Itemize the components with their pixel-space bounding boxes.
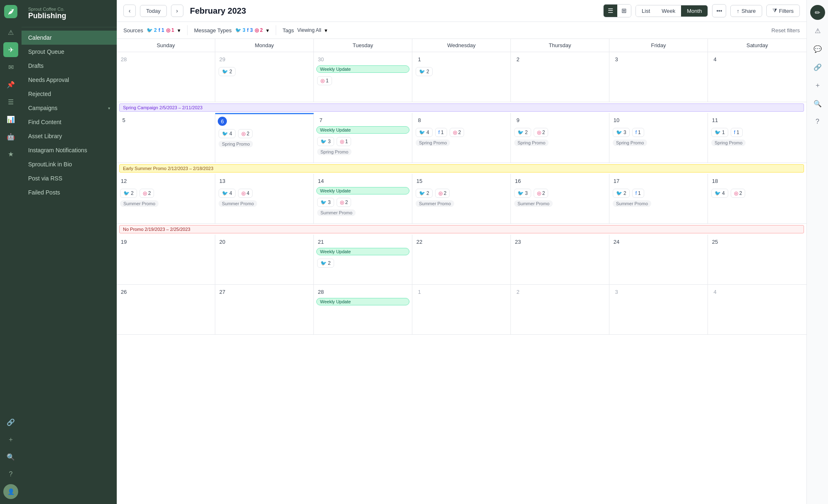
day-cell[interactable]: 29🐦2 xyxy=(215,52,314,102)
search-icon[interactable]: 🔍 xyxy=(3,449,18,464)
nav-item-calendar[interactable]: Calendar xyxy=(22,31,117,45)
star-icon[interactable]: ★ xyxy=(3,146,18,161)
day-cell[interactable]: 21Weekly Update🐦2 xyxy=(314,235,412,284)
promo-label[interactable]: Spring Promo xyxy=(219,141,253,147)
post-badge[interactable]: 🐦3 xyxy=(613,128,630,137)
user-avatar[interactable]: 👤 xyxy=(3,484,18,499)
day-cell[interactable]: 4 xyxy=(708,285,806,334)
post-badge[interactable]: 🐦1 xyxy=(711,128,728,137)
nav-item-failed-posts[interactable]: Failed Posts xyxy=(22,185,117,199)
add-right-icon[interactable]: ＋ xyxy=(810,78,825,93)
day-cell[interactable]: 13🐦4◎4Summer Promo xyxy=(215,174,314,223)
day-cell[interactable]: 25 xyxy=(708,235,806,284)
tags-filter[interactable]: Tags Viewing All ▾ xyxy=(283,27,327,34)
nav-item-rejected[interactable]: Rejected xyxy=(22,87,117,101)
post-badge[interactable]: ◎2 xyxy=(435,189,450,198)
inbox-icon[interactable]: ✉ xyxy=(3,60,18,74)
menu-icon[interactable]: ☰ xyxy=(3,94,18,109)
day-cell[interactable]: 16🐦3◎2Summer Promo xyxy=(511,174,609,223)
link-right-icon[interactable]: 🔗 xyxy=(810,60,825,74)
promo-label[interactable]: Summer Promo xyxy=(613,200,651,207)
event-pill[interactable]: Weekly Update xyxy=(316,298,409,305)
day-cell[interactable]: 26 xyxy=(117,285,215,334)
next-btn[interactable]: › xyxy=(171,5,183,17)
post-badge[interactable]: ◎2 xyxy=(140,189,154,198)
event-pill[interactable]: Weekly Update xyxy=(316,65,409,73)
campaign-bar[interactable]: Spring Campaign 2/5/2023 – 2/11/2023 xyxy=(119,103,804,112)
publishing-icon[interactable]: ✈ xyxy=(3,42,18,57)
day-cell[interactable]: 11🐦1f1Spring Promo xyxy=(708,113,806,163)
campaign-bar[interactable]: Early Summer Promo 2/12/2023 – 2/18/2023 xyxy=(119,164,804,173)
alert-right-icon[interactable]: ⚠ xyxy=(810,23,825,38)
nav-item-asset-library[interactable]: Asset Library xyxy=(22,129,117,143)
compose-btn[interactable]: ✏ xyxy=(810,5,825,20)
promo-label[interactable]: Spring Promo xyxy=(711,139,746,146)
post-badge[interactable]: 🐦2 xyxy=(416,189,433,198)
event-pill[interactable]: Weekly Update xyxy=(316,187,409,194)
post-badge[interactable]: f1 xyxy=(632,128,644,137)
more-btn[interactable]: ••• xyxy=(712,4,726,17)
promo-label[interactable]: Spring Promo xyxy=(613,139,647,146)
chat-right-icon[interactable]: 💬 xyxy=(810,41,825,56)
post-badge[interactable]: ◎2 xyxy=(450,128,465,137)
day-cell[interactable]: 2 xyxy=(511,52,609,102)
pin-icon[interactable]: 📌 xyxy=(3,77,18,92)
day-cell[interactable]: 5 xyxy=(117,113,215,163)
search-right-icon[interactable]: 🔍 xyxy=(810,96,825,111)
day-cell[interactable]: 28Weekly Update xyxy=(314,285,412,334)
day-cell[interactable]: 24 xyxy=(609,235,708,284)
post-badge[interactable]: 🐦2 xyxy=(219,67,236,76)
month-btn[interactable]: Month xyxy=(681,5,708,17)
week-btn[interactable]: Week xyxy=(656,5,681,17)
filters-btn[interactable]: ⧩ Filters xyxy=(766,5,800,17)
message-types-filter[interactable]: Message Types 🐦 3 f 3 ◎ 2 ▾ xyxy=(194,27,269,34)
day-cell[interactable]: 1🐦2 xyxy=(412,52,511,102)
sources-filter[interactable]: Sources 🐦 2 f 1 ◎ 1 ▾ xyxy=(123,27,181,34)
day-cell[interactable]: 27 xyxy=(215,285,314,334)
day-cell[interactable]: 7Weekly Update🐦3◎1Spring Promo xyxy=(314,113,412,163)
expand-view-btn[interactable]: ⊞ xyxy=(617,5,631,17)
day-cell[interactable]: 12🐦2◎2Summer Promo xyxy=(117,174,215,223)
day-cell[interactable]: 4 xyxy=(708,52,806,102)
compact-view-btn[interactable]: ☰ xyxy=(604,5,617,17)
plus-icon[interactable]: ＋ xyxy=(3,432,18,447)
day-cell[interactable]: 20 xyxy=(215,235,314,284)
help-right-icon[interactable]: ? xyxy=(810,114,825,129)
post-badge[interactable]: 🐦4 xyxy=(219,129,236,138)
today-btn[interactable]: Today xyxy=(140,5,167,17)
nav-item-instagram-notifications[interactable]: Instagram Notifications xyxy=(22,143,117,157)
post-badge[interactable]: ◎2 xyxy=(238,129,253,138)
post-badge[interactable]: 🐦4 xyxy=(219,189,236,198)
prev-btn[interactable]: ‹ xyxy=(123,5,136,17)
promo-label[interactable]: Spring Promo xyxy=(514,139,549,146)
day-cell[interactable]: 28 xyxy=(117,52,215,102)
post-badge[interactable]: ◎4 xyxy=(238,189,253,198)
help-icon[interactable]: ? xyxy=(3,467,18,482)
bot-icon[interactable]: 🤖 xyxy=(3,129,18,144)
event-pill[interactable]: Weekly Update xyxy=(316,126,409,134)
nav-item-needs-approval[interactable]: Needs Approval xyxy=(22,73,117,87)
nav-item-post-via-rss[interactable]: Post via RSS xyxy=(22,171,117,185)
day-cell[interactable]: 30Weekly Update◎1 xyxy=(314,52,412,102)
nav-item-find-content[interactable]: Find Content xyxy=(22,115,117,129)
promo-label[interactable]: Spring Promo xyxy=(416,139,450,146)
post-badge[interactable]: 🐦2 xyxy=(120,189,137,198)
day-cell[interactable]: 15🐦2◎2Summer Promo xyxy=(412,174,511,223)
post-badge[interactable]: 🐦3 xyxy=(317,198,334,207)
post-badge[interactable]: 🐦3 xyxy=(317,137,334,146)
promo-label[interactable]: Summer Promo xyxy=(317,209,356,216)
post-badge[interactable]: f1 xyxy=(731,128,743,137)
post-badge[interactable]: 🐦2 xyxy=(613,189,630,198)
post-badge[interactable]: ◎1 xyxy=(337,137,351,146)
day-cell[interactable]: 17🐦2f1Summer Promo xyxy=(609,174,708,223)
campaign-bar[interactable]: No Promo 2/19/2023 – 2/25/2023 xyxy=(119,225,804,233)
post-badge[interactable]: ◎2 xyxy=(731,189,746,198)
post-badge[interactable]: ◎2 xyxy=(337,198,351,207)
promo-label[interactable]: Summer Promo xyxy=(219,200,257,207)
post-badge[interactable]: ◎2 xyxy=(534,128,549,137)
day-cell[interactable]: 6🐦4◎2Spring Promo xyxy=(215,113,314,163)
post-badge[interactable]: 🐦2 xyxy=(416,67,433,76)
nav-item-sproutlink-in-bio[interactable]: SproutLink in Bio xyxy=(22,157,117,171)
post-badge[interactable]: ◎1 xyxy=(317,76,332,85)
day-cell[interactable]: 23 xyxy=(511,235,609,284)
